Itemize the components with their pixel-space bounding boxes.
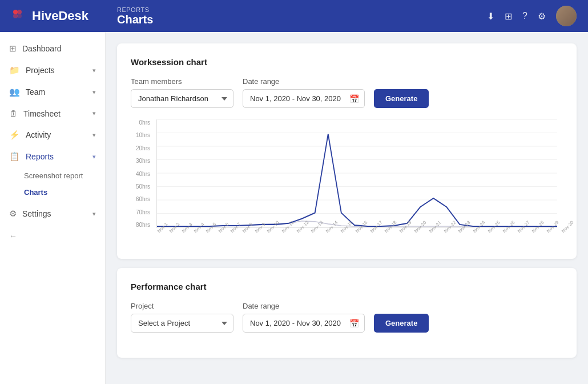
svg-point-2 bbox=[13, 14, 18, 18]
svg-point-1 bbox=[17, 10, 22, 14]
team-member-select[interactable]: Jonathan Richardson bbox=[131, 89, 233, 108]
worksession-date-input[interactable] bbox=[243, 89, 365, 108]
performance-date-input-wrap: 📅 bbox=[243, 314, 365, 333]
project-label: Project bbox=[131, 302, 233, 310]
avatar[interactable] bbox=[556, 6, 577, 26]
projects-icon: 📁 bbox=[9, 65, 20, 75]
y-label-4: 40hrs bbox=[131, 171, 154, 177]
sidebar: ⊞ Dashboard 📁 Projects ▾ 👥 Team ▾ 🗓 Time… bbox=[0, 32, 106, 384]
team-members-group: Team members Jonathan Richardson bbox=[131, 77, 233, 108]
settings-icon[interactable]: ⚙ bbox=[538, 11, 546, 22]
svg-point-0 bbox=[13, 10, 18, 14]
worksession-chart-area: 80hrs 70hrs 60hrs 50hrs 40hrs 30hrs 20hr… bbox=[131, 119, 563, 245]
svg-point-3 bbox=[17, 14, 22, 18]
help-icon[interactable]: ? bbox=[522, 11, 527, 21]
timesheet-icon: 🗓 bbox=[9, 109, 18, 118]
performance-form-row: Project Select a Project Date range 📅 Ge… bbox=[131, 302, 563, 333]
activity-chevron: ▾ bbox=[92, 131, 96, 139]
y-axis: 80hrs 70hrs 60hrs 50hrs 40hrs 30hrs 20hr… bbox=[131, 119, 154, 228]
sidebar-subitem-screenshot-report[interactable]: Screenshot report bbox=[0, 167, 105, 184]
y-label-8: 0hrs bbox=[131, 119, 154, 126]
y-label-6: 20hrs bbox=[131, 145, 154, 151]
download-icon[interactable]: ⬇ bbox=[487, 11, 494, 22]
y-label-3: 50hrs bbox=[131, 183, 154, 190]
y-label-5: 30hrs bbox=[131, 158, 154, 164]
dashboard-icon: ⊞ bbox=[9, 43, 17, 54]
worksession-form-row: Team members Jonathan Richardson Date ra… bbox=[131, 77, 563, 108]
y-label-1: 70hrs bbox=[131, 209, 154, 215]
worksession-date-group: Date range 📅 bbox=[243, 77, 365, 108]
sidebar-item-activity[interactable]: ⚡ Activity ▾ bbox=[0, 124, 105, 146]
x-axis-labels: Nov-1 Nov-2 Nov-3 Nov-4 Nov-5 Nov-6 Nov-… bbox=[156, 228, 557, 245]
sidebar-item-timesheet[interactable]: 🗓 Timesheet ▾ bbox=[0, 103, 105, 124]
sidebar-item-projects[interactable]: 📁 Projects ▾ bbox=[0, 59, 105, 81]
y-label-7: 10hrs bbox=[131, 132, 154, 138]
y-label-0: 80hrs bbox=[131, 222, 154, 228]
sidebar-item-team[interactable]: 👥 Team ▾ bbox=[0, 81, 105, 103]
page-title: Charts bbox=[117, 13, 487, 26]
settings-nav-icon: ⚙ bbox=[9, 209, 17, 219]
collapse-icon: ← bbox=[9, 231, 17, 241]
sidebar-item-dashboard[interactable]: ⊞ Dashboard bbox=[0, 38, 105, 59]
main-content: Worksession chart Team members Jonathan … bbox=[106, 32, 588, 384]
settings-chevron: ▾ bbox=[92, 210, 96, 218]
team-icon: 👥 bbox=[9, 87, 20, 97]
performance-chart-card: Performance chart Project Select a Proje… bbox=[117, 268, 577, 358]
header-center: REPORTS Charts bbox=[117, 6, 487, 26]
sidebar-item-settings[interactable]: ⚙ Settings ▾ bbox=[0, 203, 105, 225]
worksession-svg bbox=[157, 119, 557, 227]
sidebar-subitem-charts[interactable]: Charts bbox=[0, 184, 105, 201]
performance-chart-title: Performance chart bbox=[131, 282, 563, 291]
performance-generate-button[interactable]: Generate bbox=[374, 314, 429, 333]
logo-icon bbox=[11, 8, 27, 24]
projects-chevron: ▾ bbox=[92, 67, 96, 74]
performance-date-group: Date range 📅 bbox=[243, 302, 365, 333]
header: HiveDesk REPORTS Charts ⬇ ⊞ ? ⚙ bbox=[0, 0, 588, 32]
sidebar-item-reports[interactable]: 📋 Reports ▾ bbox=[0, 146, 105, 167]
worksession-chart-title: Worksession chart bbox=[131, 57, 563, 67]
layout: ⊞ Dashboard 📁 Projects ▾ 👥 Team ▾ 🗓 Time… bbox=[0, 32, 588, 384]
project-group: Project Select a Project bbox=[131, 302, 233, 333]
timesheet-chevron: ▾ bbox=[92, 110, 96, 117]
header-right: ⬇ ⊞ ? ⚙ bbox=[487, 6, 577, 26]
worksession-generate-button[interactable]: Generate bbox=[374, 89, 429, 108]
x-label-30: Nov-30 bbox=[561, 220, 575, 234]
reports-chevron: ▾ bbox=[92, 153, 96, 161]
activity-icon: ⚡ bbox=[9, 130, 20, 140]
sidebar-collapse-button[interactable]: ← bbox=[0, 225, 105, 247]
logo: HiveDesk bbox=[11, 8, 117, 24]
y-label-2: 60hrs bbox=[131, 196, 154, 202]
team-chevron: ▾ bbox=[92, 89, 96, 96]
project-select[interactable]: Select a Project bbox=[131, 314, 233, 333]
reports-icon: 📋 bbox=[9, 151, 20, 162]
performance-date-input[interactable] bbox=[243, 314, 365, 333]
chart-plot bbox=[156, 119, 557, 228]
worksession-chart-card: Worksession chart Team members Jonathan … bbox=[117, 43, 577, 259]
performance-date-label: Date range bbox=[243, 302, 365, 310]
worksession-date-label: Date range bbox=[243, 77, 365, 86]
worksession-date-input-wrap: 📅 bbox=[243, 89, 365, 108]
breadcrumb: REPORTS bbox=[117, 6, 487, 13]
team-members-label: Team members bbox=[131, 77, 233, 86]
grid-icon[interactable]: ⊞ bbox=[505, 11, 512, 22]
